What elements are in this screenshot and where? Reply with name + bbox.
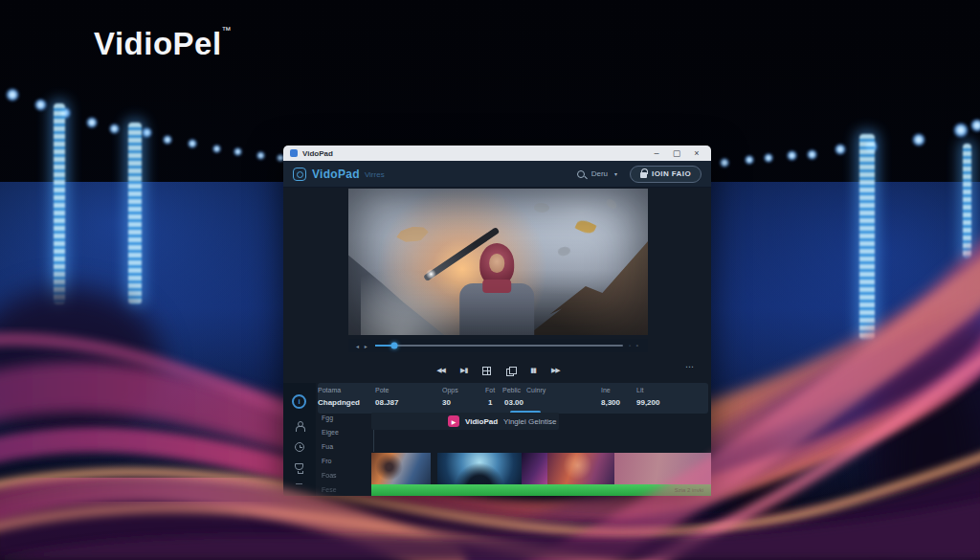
- table-header: Fot: [485, 387, 495, 393]
- chevron-down-icon[interactable]: ▾: [614, 170, 617, 177]
- lock-icon: [640, 172, 647, 178]
- app-window: VidoPad – ▢ × VidoPad Virres Deru ▾ IOIN…: [283, 146, 711, 496]
- crowd-figure-right: [723, 421, 790, 560]
- search-icon[interactable]: [577, 170, 585, 178]
- stage-light-dot: [787, 150, 797, 161]
- app-header: VidoPad Virres Deru ▾ IOIN FAIO: [283, 161, 711, 188]
- stage-light-dot: [864, 140, 878, 153]
- stage-light-dot: [109, 123, 120, 134]
- fast-forward-icon[interactable]: ▶▶: [551, 366, 560, 375]
- window-titlebar: VidoPad – ▢ ×: [283, 146, 711, 161]
- window-app-icon: [290, 149, 298, 157]
- stats-table[interactable]: Potama Pote Opps Fot Peblic Cuinry Ine L…: [318, 383, 708, 414]
- sidebar-item[interactable]: Fgg: [322, 414, 333, 421]
- stage-light-dot: [912, 133, 925, 146]
- led-light-bar: [963, 144, 971, 258]
- sidebar-item[interactable]: Fro: [322, 458, 332, 464]
- stage-light-dot: [6, 88, 19, 101]
- pause-icon[interactable]: ▮▮: [530, 366, 536, 375]
- info-circle-icon[interactable]: i: [292, 394, 306, 409]
- clip-name: VidioPad: [465, 417, 498, 426]
- sidebar-item[interactable]: Fua: [322, 443, 333, 450]
- grid-view-icon[interactable]: [482, 367, 491, 375]
- led-light-bar: [859, 134, 875, 340]
- stage-light-dot: [970, 119, 980, 132]
- brand-logo: VidioPel™: [94, 25, 232, 62]
- progress-left-icons[interactable]: ◂ ▸: [356, 343, 369, 349]
- stage-light-dot: [764, 153, 773, 163]
- dash-icon[interactable]: [296, 483, 302, 484]
- stage-light-dot: [807, 149, 817, 160]
- sidebar-item[interactable]: Eigee: [322, 429, 339, 436]
- join-paid-button[interactable]: IOIN FAIO: [630, 166, 702, 183]
- stage-light-dot: [86, 117, 98, 128]
- duplicate-icon[interactable]: [506, 367, 515, 375]
- playback-progress-bar: ◂ ▸ ◦ ▫: [348, 339, 648, 352]
- join-paid-label: IOIN FAIO: [652, 169, 691, 178]
- header-menu-label[interactable]: Deru: [591, 169, 608, 178]
- skip-forward-icon[interactable]: ▶▮: [460, 366, 467, 375]
- stage-light-dot: [34, 99, 47, 111]
- skip-back-icon[interactable]: ◀◀: [436, 366, 445, 375]
- brand-logo-text: VidioPel: [94, 26, 222, 61]
- stage-light-dot: [234, 147, 242, 156]
- crowd-silhouette-left: [0, 287, 163, 440]
- timeline-clip-4[interactable]: [614, 453, 711, 484]
- table-header: Ine: [601, 387, 611, 393]
- table-header: Potama: [318, 387, 341, 393]
- stage-light-dot: [212, 145, 221, 153]
- stage-light-dot: [256, 151, 265, 160]
- video-preview[interactable]: [348, 189, 648, 335]
- table-header: Lit: [636, 387, 643, 393]
- crowd-figure-far-right: [890, 364, 976, 560]
- sidebar-item[interactable]: Foas: [322, 472, 337, 479]
- close-button[interactable]: ×: [689, 146, 704, 161]
- timeline-transition[interactable]: [522, 453, 547, 484]
- table-header: Opps: [442, 387, 458, 393]
- stage-light-dot: [59, 107, 71, 119]
- trademark-symbol: ™: [222, 25, 233, 35]
- maximize-button[interactable]: ▢: [669, 146, 684, 161]
- led-light-bar: [54, 103, 65, 304]
- video-frame-scene: [348, 189, 648, 335]
- minimize-button[interactable]: –: [649, 146, 664, 161]
- app-name: VidoPad: [312, 168, 360, 181]
- table-header: Cuinry: [526, 387, 546, 393]
- app-logo-icon: [293, 168, 306, 181]
- sidebar-item[interactable]: Fese: [322, 486, 337, 493]
- selected-clip-row[interactable]: ▶ VidioPad Yinglei Gelntise: [371, 413, 559, 430]
- table-header: Pote: [375, 387, 389, 393]
- table-cell: 03.00: [504, 398, 523, 407]
- table-cell: 08.J87: [375, 398, 398, 407]
- table-cell: 1: [488, 398, 492, 407]
- table-cell: 30: [442, 398, 451, 407]
- timeline-clip-1[interactable]: [371, 453, 431, 484]
- progress-right-icons[interactable]: ◦ ▫: [629, 343, 640, 348]
- stage-light-dot: [835, 144, 846, 155]
- stage-light-dot: [142, 127, 152, 138]
- stage-light-dot: [163, 135, 172, 145]
- stage-light-dot: [720, 158, 729, 168]
- stage-light-dot: [745, 155, 754, 165]
- stage-light-dot: [953, 123, 969, 138]
- progress-track[interactable]: [375, 345, 623, 347]
- table-header: Peblic: [502, 387, 521, 393]
- timeline-clip-2[interactable]: [437, 453, 522, 484]
- table-cell: 99,200: [636, 398, 659, 407]
- app-tagline: Virres: [365, 170, 385, 179]
- transport-controls: ◀◀ ▶▮ ▮▮ ▶▶: [348, 362, 648, 379]
- clip-badge-icon: ▶: [448, 415, 459, 427]
- cup-icon[interactable]: [295, 463, 303, 470]
- audio-track-label: Szia 2 invki: [675, 487, 703, 493]
- table-cell: Chapdnged: [318, 398, 360, 407]
- clip-subtitle: Yinglei Gelntise: [503, 417, 556, 426]
- clock-icon[interactable]: [295, 442, 304, 452]
- crowd-silhouette-right: [866, 316, 980, 560]
- timeline-clip-3[interactable]: [547, 453, 614, 484]
- more-options-icon[interactable]: ⋯: [685, 362, 694, 371]
- person-icon[interactable]: [295, 421, 304, 431]
- timeline-audio-track[interactable]: Szia 2 invki: [371, 484, 711, 496]
- playhead-knob[interactable]: [391, 343, 398, 349]
- led-light-bar: [128, 123, 142, 304]
- scene-vignette: [348, 189, 648, 335]
